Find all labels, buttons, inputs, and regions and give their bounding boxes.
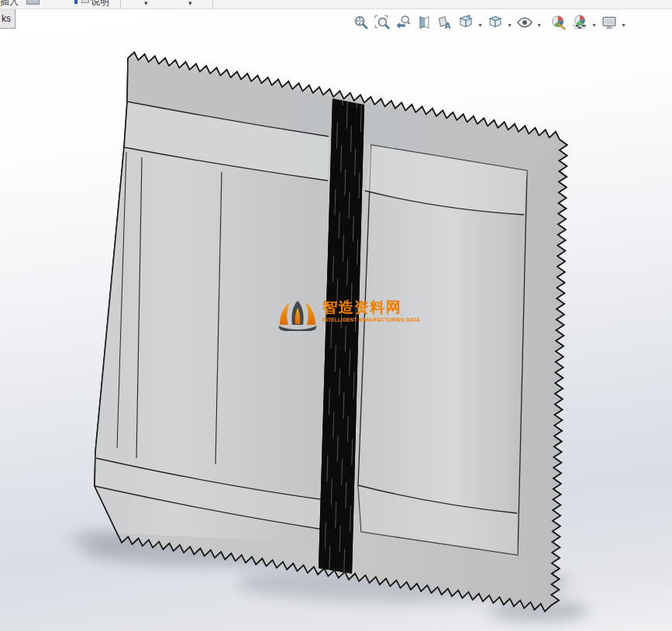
zoom-to-fit-button[interactable] [350,12,371,33]
watermark: 智造资料网 INTELLIGENT MANUFACTURING DATA [275,295,420,331]
flag-icon[interactable] [74,0,78,4]
dynamic-annotation-views-button[interactable]: A [434,12,455,33]
display-style-dropdown-caret[interactable]: ▾ [505,16,514,29]
toolbar-dropdown-caret[interactable]: ▾ [188,0,192,7]
watermark-title: 智造资料网 [322,300,420,316]
view-orientation-icon [457,14,474,31]
dynamic-annotation-views-icon: A [436,14,453,31]
model-twin-bag[interactable] [95,52,567,611]
section-view-icon [415,14,432,31]
view-settings-button[interactable] [598,12,619,33]
display-style-button[interactable] [484,12,505,33]
previous-view-icon [395,14,412,31]
display-style-icon [487,14,504,31]
apply-scene-button[interactable] [569,12,590,33]
zoom-to-fit-icon [353,14,370,31]
edit-appearance-button[interactable] [548,12,569,33]
toolbar-dropdown-caret[interactable]: ▾ [144,0,148,7]
toolbar-separator [120,0,121,9]
toolbar-label-2[interactable]: 说明 [91,0,109,9]
feature-manager-tab[interactable]: ks [0,9,16,29]
view-orientation-button[interactable] [455,12,476,33]
zoom-to-area-icon [374,14,391,31]
zoom-to-area-button[interactable] [371,12,392,33]
heads-up-view-toolbar: A▾▾▾▾▾ [350,12,628,33]
hide-show-items-icon [516,14,533,31]
hide-show-items-dropdown-caret[interactable]: ▾ [535,16,543,29]
previous-view-button[interactable] [392,12,413,33]
view-orientation-dropdown-caret[interactable]: ▾ [476,16,484,29]
document-icon[interactable] [26,0,40,5]
view-settings-dropdown-caret[interactable]: ▾ [619,16,628,29]
edit-appearance-icon [550,14,567,31]
apply-scene-dropdown-caret[interactable]: ▾ [590,16,598,29]
watermark-subtitle: INTELLIGENT MANUFACTURING DATA [322,317,420,322]
view-settings-icon [601,14,618,31]
application-window: 插入 说明 ▾ ▾ ks A▾▾▾▾▾ [0,0,672,631]
svg-text:A: A [444,21,451,30]
section-view-button[interactable] [413,12,434,33]
apply-scene-icon [571,14,588,31]
toolbar-label-1[interactable]: 插入 [0,0,19,9]
hide-show-items-button[interactable] [514,12,535,33]
top-toolbar-partial: 插入 说明 ▾ ▾ [0,0,672,9]
note-icon[interactable] [81,0,89,3]
toolbar-separator [212,0,213,9]
watermark-logo-icon [275,295,320,331]
